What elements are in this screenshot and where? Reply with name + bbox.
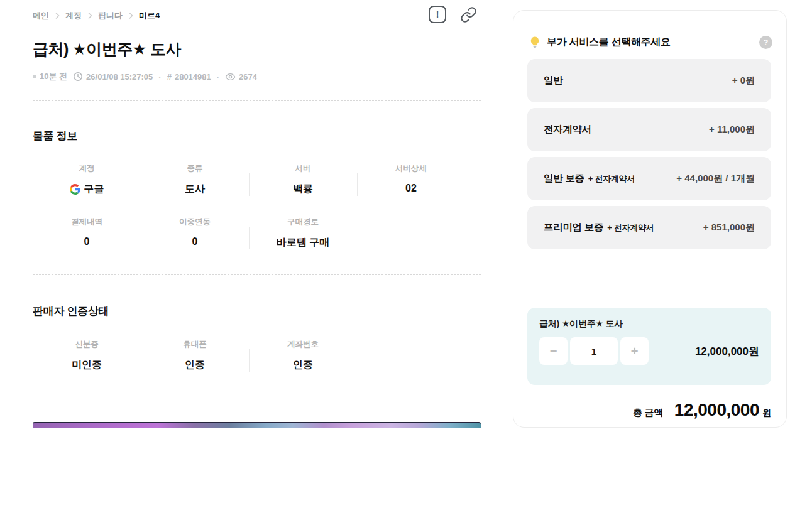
time-ago-label: 10분 전	[40, 71, 67, 82]
field-value: 0	[141, 236, 249, 247]
breadcrumb-item-sell[interactable]: 팝니다	[98, 10, 123, 21]
item-price: 12,000,000원	[695, 344, 759, 359]
field-label: 서버	[249, 163, 357, 174]
report-button[interactable]: !	[429, 6, 446, 23]
help-button[interactable]: ?	[759, 36, 772, 49]
view-count-label: 2674	[239, 72, 257, 82]
field-id-card: 신분증 미인증	[33, 339, 141, 372]
field-value: 0	[33, 236, 141, 247]
field-purchase-route: 구매경로 바로템 구매	[249, 217, 357, 249]
field-label: 종류	[141, 163, 249, 174]
field-label: 휴대폰	[141, 339, 249, 350]
clock-icon	[73, 72, 83, 82]
field-value: 바로템 구매	[249, 236, 357, 249]
chevron-right-icon	[87, 12, 92, 19]
field-label: 계정	[33, 163, 141, 174]
item-info-heading: 물품 정보	[33, 129, 77, 143]
option-label: 일반	[544, 74, 562, 87]
time-ago: 10분 전	[33, 71, 67, 82]
chevron-right-icon	[128, 12, 133, 19]
option-price: + 0원	[732, 75, 755, 87]
post-id: # 28014981	[167, 72, 211, 82]
option-price: + 11,000원	[709, 124, 755, 136]
field-bank-account: 계좌번호 인증	[249, 339, 357, 372]
hash-icon: #	[167, 72, 172, 82]
service-option-premium-warranty[interactable]: 프리미엄 보증 + 전자계약서 + 851,000원	[527, 206, 771, 249]
verification-status: 인증	[141, 359, 249, 372]
dashed-divider	[33, 100, 481, 101]
field-label: 서버상세	[357, 163, 465, 174]
datetime-label: 26/01/08 15:27:05	[86, 72, 153, 82]
field-server: 서버 백룡	[249, 163, 357, 196]
item-info-row-2: 결제내역 0 이중연동 0 구매경로 바로템 구매	[33, 217, 357, 249]
service-options: 일반 + 0원 전자계약서 + 11,000원 일반 보증 + 전자계약서 + …	[527, 59, 771, 255]
product-summary-box: 급처) ★이번주★ 도사 − + 12,000,000원	[527, 308, 771, 385]
total-label: 총 금액	[633, 407, 663, 419]
total-amount: 12,000,000	[674, 400, 759, 420]
option-price: + 44,000원 / 1개월	[676, 173, 755, 185]
quantity-price-row: − + 12,000,000원	[539, 337, 759, 365]
option-sublabel: + 전자계약서	[588, 173, 635, 185]
field-class: 종류 도사	[141, 163, 249, 196]
field-phone: 휴대폰 인증	[141, 339, 249, 372]
dashed-divider	[33, 274, 481, 275]
option-price: + 851,000원	[703, 222, 755, 234]
services-header: 부가 서비스를 선택해주세요 ?	[529, 36, 772, 49]
field-payment-history: 결제내역 0	[33, 217, 141, 249]
option-label: 프리미엄 보증	[544, 221, 603, 234]
service-option-standard-warranty[interactable]: 일반 보증 + 전자계약서 + 44,000원 / 1개월	[527, 157, 771, 200]
quantity-input[interactable]	[570, 337, 618, 365]
breadcrumb-current-game: 미르4	[139, 10, 160, 21]
field-value: 구글	[84, 183, 104, 196]
total-unit: 원	[762, 408, 771, 419]
field-value: 백룡	[249, 183, 357, 196]
option-sublabel: + 전자계약서	[607, 222, 654, 234]
chevron-right-icon	[55, 12, 60, 19]
verification-status: 인증	[249, 359, 357, 372]
field-server-detail: 서버상세 02	[357, 163, 465, 196]
breadcrumb: 메인 계정 팝니다 미르4	[33, 10, 160, 21]
google-icon	[70, 184, 80, 195]
quantity-decrease-button[interactable]: −	[539, 337, 568, 365]
copy-link-button[interactable]	[460, 6, 477, 23]
page-title: 급처) ★이번주★ 도사	[33, 39, 181, 60]
post-meta: 10분 전 26/01/08 15:27:05 · # 28014981 · 2…	[33, 71, 257, 82]
seller-verification-row: 신분증 미인증 휴대폰 인증 계좌번호 인증	[33, 339, 357, 372]
breadcrumb-item-account[interactable]: 계정	[65, 10, 82, 21]
field-account: 계정 구글	[33, 163, 141, 196]
field-value: 02	[357, 183, 465, 194]
field-dual-link: 이중연동 0	[141, 217, 249, 249]
product-title: 급처) ★이번주★ 도사	[539, 318, 759, 330]
post-datetime: 26/01/08 15:27:05	[73, 72, 153, 82]
seller-verification-heading: 판매자 인증상태	[33, 304, 109, 318]
question-icon: ?	[764, 38, 769, 47]
lightbulb-icon	[529, 36, 541, 49]
option-label: 전자계약서	[544, 123, 591, 136]
total-row: 총 금액 12,000,000 원	[633, 400, 771, 420]
verification-status: 미인증	[33, 359, 141, 372]
quantity-increase-button[interactable]: +	[620, 337, 649, 365]
service-option-econtract[interactable]: 전자계약서 + 11,000원	[527, 108, 771, 151]
minus-icon: −	[550, 344, 557, 359]
field-label: 신분증	[33, 339, 141, 350]
field-label: 구매경로	[249, 217, 357, 227]
eye-icon	[225, 72, 236, 82]
field-value: 도사	[141, 183, 249, 196]
description-image-strip	[33, 422, 481, 428]
item-info-row-1: 계정 구글 종류 도사 서버 백룡 서버상세 02	[33, 163, 465, 196]
field-label: 계좌번호	[249, 339, 357, 350]
post-actions: !	[429, 6, 477, 23]
option-label: 일반 보증	[544, 172, 584, 185]
purchase-panel: 부가 서비스를 선택해주세요 ? 일반 + 0원 전자계약서 + 11,000원…	[513, 10, 787, 428]
service-option-basic[interactable]: 일반 + 0원	[527, 59, 771, 102]
post-id-label: 28014981	[175, 72, 211, 82]
separator-dot: ·	[217, 72, 219, 82]
field-label: 결제내역	[33, 217, 141, 227]
bullet-dot-icon	[33, 75, 36, 78]
breadcrumb-item-main[interactable]: 메인	[33, 10, 49, 21]
field-label: 이중연동	[141, 217, 249, 227]
plus-icon: +	[631, 344, 639, 359]
services-title: 부가 서비스를 선택해주세요	[547, 36, 671, 49]
separator-dot: ·	[158, 72, 161, 82]
exclamation-icon: !	[436, 9, 439, 19]
